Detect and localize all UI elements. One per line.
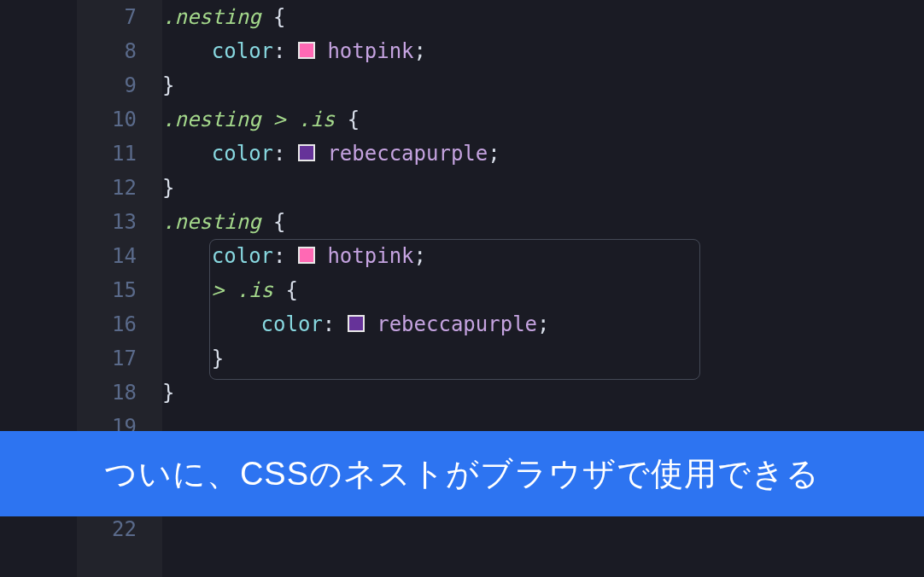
token-punct: : bbox=[273, 39, 298, 63]
token-brace: { bbox=[273, 5, 285, 29]
code-line[interactable]: } bbox=[162, 341, 924, 376]
token-value: rebeccapurple bbox=[365, 312, 537, 336]
line-number: 7 bbox=[0, 0, 162, 34]
line-number: 12 bbox=[0, 171, 162, 205]
token-selector: .is bbox=[298, 108, 348, 131]
line-number: 8 bbox=[0, 34, 162, 68]
code-line[interactable]: } bbox=[162, 68, 924, 102]
token-operator: > bbox=[273, 108, 298, 131]
token-punct: : bbox=[323, 312, 348, 336]
color-swatch-icon bbox=[298, 42, 315, 59]
token-brace: { bbox=[273, 210, 285, 234]
token-punct: ; bbox=[537, 312, 549, 336]
token-punct: ; bbox=[488, 142, 500, 166]
line-number: 14 bbox=[0, 239, 162, 273]
code-line[interactable]: } bbox=[162, 171, 924, 205]
token-punct: ; bbox=[414, 39, 426, 63]
line-number: 22 bbox=[0, 512, 162, 546]
code-line[interactable]: > .is { bbox=[162, 273, 924, 307]
color-swatch-icon bbox=[298, 247, 315, 264]
token-value: hotpink bbox=[315, 39, 414, 63]
token-value: rebeccapurple bbox=[315, 142, 488, 166]
token-punct: : bbox=[273, 244, 298, 268]
code-line[interactable]: color: rebeccapurple; bbox=[162, 307, 924, 341]
code-line[interactable]: color: hotpink; bbox=[162, 239, 924, 273]
token-selector: .is bbox=[237, 278, 286, 302]
token-property: color bbox=[212, 142, 273, 166]
line-number: 9 bbox=[0, 68, 162, 102]
token-selector: .nesting bbox=[162, 5, 273, 29]
token-selector: .nesting bbox=[162, 108, 273, 131]
code-line[interactable]: } bbox=[162, 376, 924, 410]
code-line[interactable]: .nesting { bbox=[162, 205, 924, 239]
color-swatch-icon bbox=[348, 315, 365, 332]
color-swatch-icon bbox=[298, 144, 315, 161]
line-number: 16 bbox=[0, 307, 162, 341]
line-number: 15 bbox=[0, 273, 162, 307]
line-number: 18 bbox=[0, 376, 162, 410]
announcement-banner: ついに、CSSのネストがブラウザで使用できる bbox=[0, 431, 924, 516]
token-brace: } bbox=[212, 347, 224, 370]
token-brace: } bbox=[162, 176, 174, 200]
token-brace: { bbox=[348, 108, 360, 131]
code-line[interactable]: color: hotpink; bbox=[162, 34, 924, 68]
code-line[interactable] bbox=[162, 512, 924, 546]
code-line[interactable]: .nesting > .is { bbox=[162, 102, 924, 137]
line-number: 17 bbox=[0, 341, 162, 376]
banner-text: ついに、CSSのネストがブラウザで使用できる bbox=[104, 452, 820, 496]
token-selector: .nesting bbox=[162, 210, 273, 234]
token-brace: } bbox=[162, 73, 174, 97]
token-brace: { bbox=[286, 278, 298, 302]
token-value: hotpink bbox=[315, 244, 414, 268]
line-number: 10 bbox=[0, 102, 162, 137]
code-line[interactable]: .nesting { bbox=[162, 0, 924, 34]
token-brace: } bbox=[162, 381, 174, 405]
token-punct: : bbox=[273, 142, 298, 166]
token-punct: ; bbox=[414, 244, 426, 268]
code-line[interactable]: color: rebeccapurple; bbox=[162, 137, 924, 171]
token-property: color bbox=[212, 244, 273, 268]
line-number: 13 bbox=[0, 205, 162, 239]
line-number: 11 bbox=[0, 137, 162, 171]
token-operator: > bbox=[212, 278, 237, 302]
token-property: color bbox=[212, 39, 273, 63]
token-property: color bbox=[261, 312, 323, 336]
